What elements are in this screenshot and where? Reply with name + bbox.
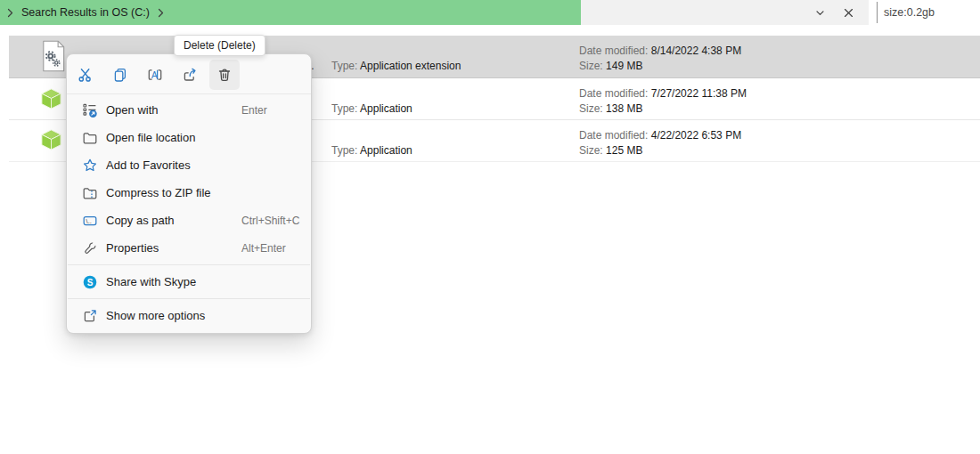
menu-item-copy-as-path[interactable]: \.. Copy as path Ctrl+Shift+C <box>67 207 311 234</box>
menu-item-label: Open with <box>106 103 159 117</box>
date-modified-label: Date modified: <box>579 45 648 57</box>
share-icon <box>182 67 198 83</box>
menu-item-compress-to-zip[interactable]: Compress to ZIP file <box>67 179 311 207</box>
star-icon <box>81 158 98 174</box>
file-type-cell: Type: Application <box>331 144 412 158</box>
menu-item-shortcut: Alt+Enter <box>241 242 286 255</box>
file-size-cell: Size: 149 MB <box>579 60 642 73</box>
size-label: Size: <box>579 60 603 72</box>
skype-icon: S <box>81 274 98 290</box>
rename-button[interactable]: A <box>140 60 170 90</box>
quick-actions-row: A <box>67 54 311 93</box>
menu-divider <box>68 264 310 265</box>
type-label: Type: <box>331 102 357 115</box>
trash-icon <box>216 67 233 83</box>
type-value: Application <box>360 102 412 115</box>
type-label: Type: <box>331 144 357 157</box>
show-more-icon <box>81 308 98 324</box>
menu-item-add-to-favorites[interactable]: Add to Favorites <box>67 151 311 179</box>
search-box[interactable] <box>877 2 980 23</box>
file-explorer-window: Search Results in OS (C:) <box>0 0 980 454</box>
type-label: Type: <box>331 60 357 72</box>
date-modified-label: Date modified: <box>579 87 648 100</box>
menu-item-shortcut: Enter <box>241 104 267 117</box>
chevron-right-icon[interactable] <box>157 8 165 18</box>
address-dropdown-button[interactable] <box>809 2 830 23</box>
breadcrumb: Search Results in OS (C:) <box>0 0 165 25</box>
type-value: Application extension <box>360 60 461 72</box>
date-modified-value: 4/22/2022 6:53 PM <box>651 129 741 142</box>
file-date-cell: Date modified: 4/22/2022 6:53 PM <box>579 129 741 142</box>
wrench-icon <box>81 240 98 256</box>
menu-item-open-with[interactable]: Open with Enter <box>67 96 311 124</box>
file-type-cell: Type: Application extension <box>331 60 461 73</box>
rename-icon: A <box>147 67 163 83</box>
delete-tooltip: Delete (Delete) <box>174 35 265 56</box>
size-label: Size: <box>579 102 603 115</box>
share-button[interactable] <box>175 60 205 90</box>
copy-button[interactable] <box>105 60 135 90</box>
file-size-cell: Size: 125 MB <box>579 144 642 158</box>
stop-search-button[interactable] <box>837 2 859 23</box>
copy-path-icon: \.. <box>81 213 98 229</box>
size-value: 138 MB <box>606 102 642 115</box>
menu-item-label: Share with Skype <box>106 275 196 288</box>
type-value: Application <box>360 144 412 157</box>
menu-item-label: Show more options <box>106 309 205 322</box>
file-size-cell: Size: 138 MB <box>579 102 642 116</box>
menu-items: Open with Enter Open file location <box>67 94 311 333</box>
menu-item-properties[interactable]: Properties Alt+Enter <box>67 234 311 262</box>
open-with-icon <box>81 102 98 118</box>
menu-item-label: Compress to ZIP file <box>106 186 211 199</box>
menu-item-shortcut: Ctrl+Shift+C <box>241 215 299 227</box>
size-label: Size: <box>579 144 603 157</box>
close-icon <box>843 7 854 19</box>
zip-folder-icon <box>81 185 98 201</box>
application-extension-file-icon <box>41 38 66 74</box>
menu-item-label: Copy as path <box>106 214 175 227</box>
menu-item-share-with-skype[interactable]: S Share with Skype <box>67 268 311 296</box>
file-date-cell: Date modified: 8/14/2022 4:38 PM <box>579 45 741 58</box>
address-bar[interactable]: Search Results in OS (C:) <box>0 0 869 25</box>
context-menu: A <box>66 53 312 334</box>
chevron-right-icon <box>6 8 14 18</box>
menu-item-show-more-options[interactable]: Show more options <box>67 302 311 329</box>
svg-text:S: S <box>86 277 93 287</box>
svg-text:\..: \.. <box>86 216 91 224</box>
application-cube-icon <box>39 127 63 152</box>
breadcrumb-item-search-results[interactable]: Search Results in OS (C:) <box>21 6 150 19</box>
scissors-icon <box>78 67 94 83</box>
cut-button[interactable] <box>70 60 101 90</box>
date-modified-value: 7/27/2022 11:38 PM <box>651 87 747 100</box>
menu-item-label: Open file location <box>106 131 195 144</box>
menu-item-label: Properties <box>106 241 159 255</box>
file-type-cell: Type: Application <box>331 102 412 116</box>
search-input[interactable] <box>878 6 980 19</box>
date-modified-value: 8/14/2022 4:38 PM <box>651 45 741 57</box>
menu-item-open-file-location[interactable]: Open file location <box>67 124 311 151</box>
date-modified-label: Date modified: <box>579 129 648 142</box>
size-value: 149 MB <box>606 60 642 72</box>
menu-item-label: Add to Favorites <box>106 158 191 172</box>
application-cube-icon <box>39 86 63 111</box>
file-date-cell: Date modified: 7/27/2022 11:38 PM <box>579 87 747 101</box>
chevron-down-icon <box>814 7 826 19</box>
copy-icon <box>112 67 128 83</box>
delete-button[interactable] <box>209 60 240 90</box>
menu-divider <box>68 298 310 299</box>
folder-icon <box>81 130 98 146</box>
size-value: 125 MB <box>606 144 642 157</box>
